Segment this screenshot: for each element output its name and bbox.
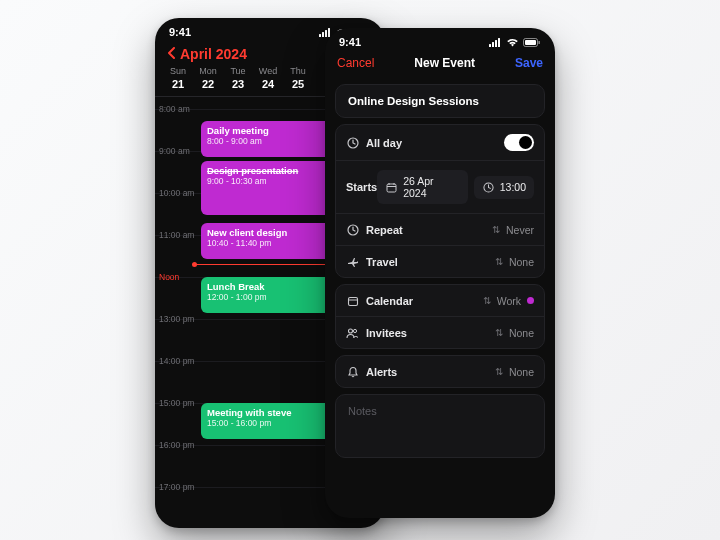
svg-rect-2 bbox=[325, 30, 327, 37]
hour-label: Noon bbox=[159, 272, 179, 282]
starts-label: Starts bbox=[346, 181, 377, 193]
date-cell[interactable]: 21 bbox=[163, 78, 193, 90]
travel-label: Travel bbox=[366, 256, 398, 268]
start-date-value: 26 Apr 2024 bbox=[403, 175, 460, 199]
travel-value: None bbox=[509, 256, 534, 268]
svg-rect-13 bbox=[539, 41, 540, 44]
starts-row: Starts 26 Apr 2024 13:00 bbox=[336, 160, 544, 213]
svg-rect-9 bbox=[495, 40, 497, 47]
alerts-card: Alerts ⇅ None bbox=[335, 355, 545, 388]
calendar-color-dot bbox=[527, 297, 534, 304]
start-time-value: 13:00 bbox=[500, 181, 526, 193]
repeat-value: Never bbox=[506, 224, 534, 236]
calendar-icon bbox=[385, 181, 398, 194]
hour-label: 13:00 pm bbox=[159, 314, 194, 324]
hour-label: 11:00 am bbox=[159, 230, 194, 240]
invitees-label: Invitees bbox=[366, 327, 407, 339]
month-title: April 2024 bbox=[180, 46, 247, 62]
weekday-label: Wed bbox=[253, 66, 283, 76]
repeat-row[interactable]: Repeat ⇅ Never bbox=[336, 213, 544, 245]
cancel-button[interactable]: Cancel bbox=[337, 56, 374, 70]
svg-rect-3 bbox=[328, 28, 330, 37]
people-icon bbox=[346, 326, 359, 339]
date-cell[interactable]: 22 bbox=[193, 78, 223, 90]
status-time: 9:41 bbox=[339, 36, 361, 48]
hour-label: 16:00 pm bbox=[159, 440, 194, 450]
clock-icon bbox=[482, 181, 495, 194]
hour-label: 10:00 am bbox=[159, 188, 194, 198]
date-cell[interactable]: 24 bbox=[253, 78, 283, 90]
date-cell[interactable]: 23 bbox=[223, 78, 253, 90]
up-down-icon: ⇅ bbox=[495, 366, 503, 377]
svg-rect-1 bbox=[322, 32, 324, 37]
new-event-screen: 9:41 Cancel New Event Save Online Design… bbox=[325, 28, 555, 518]
battery-icon bbox=[523, 38, 541, 47]
all-day-label: All day bbox=[366, 137, 402, 149]
clock-icon bbox=[346, 136, 359, 149]
all-day-toggle[interactable] bbox=[504, 134, 534, 151]
weekday-label: Tue bbox=[223, 66, 253, 76]
save-button[interactable]: Save bbox=[515, 56, 543, 70]
svg-rect-12 bbox=[525, 40, 536, 45]
repeat-label: Repeat bbox=[366, 224, 403, 236]
status-bar: 9:41 bbox=[325, 28, 555, 50]
weekday-label: Mon bbox=[193, 66, 223, 76]
svg-point-19 bbox=[349, 329, 353, 333]
svg-rect-8 bbox=[492, 42, 494, 47]
all-day-row[interactable]: All day bbox=[336, 125, 544, 160]
calendar-select-label: Calendar bbox=[366, 295, 413, 307]
start-time-picker[interactable]: 13:00 bbox=[474, 176, 534, 199]
calendar-select-row[interactable]: Calendar ⇅ Work bbox=[336, 285, 544, 316]
svg-rect-15 bbox=[387, 184, 396, 192]
alerts-row[interactable]: Alerts ⇅ None bbox=[336, 356, 544, 387]
travel-row[interactable]: Travel ⇅ None bbox=[336, 245, 544, 277]
svg-rect-7 bbox=[489, 44, 491, 47]
hour-label: 14:00 pm bbox=[159, 356, 194, 366]
start-date-picker[interactable]: 26 Apr 2024 bbox=[377, 170, 468, 204]
weekday-label: Thu bbox=[283, 66, 313, 76]
svg-rect-18 bbox=[348, 297, 357, 305]
hour-label: 15:00 pm bbox=[159, 398, 194, 408]
event-title-input[interactable]: Online Design Sessions bbox=[336, 85, 544, 117]
repeat-icon bbox=[346, 223, 359, 236]
airplane-icon bbox=[346, 255, 359, 268]
up-down-icon: ⇅ bbox=[495, 256, 503, 267]
calendar-icon bbox=[346, 294, 359, 307]
weekday-label: Sun bbox=[163, 66, 193, 76]
hour-label: 8:00 am bbox=[159, 104, 190, 114]
alerts-label: Alerts bbox=[366, 366, 397, 378]
invitees-row[interactable]: Invitees ⇅ None bbox=[336, 316, 544, 348]
calendar-select-value: Work bbox=[497, 295, 521, 307]
title-card: Online Design Sessions bbox=[335, 84, 545, 118]
up-down-icon: ⇅ bbox=[492, 224, 500, 235]
svg-rect-10 bbox=[498, 38, 500, 47]
notes-card: Notes bbox=[335, 394, 545, 458]
notes-input[interactable]: Notes bbox=[336, 395, 544, 457]
modal-title: New Event bbox=[414, 56, 475, 70]
up-down-icon: ⇅ bbox=[495, 327, 503, 338]
modal-header: Cancel New Event Save bbox=[325, 50, 555, 78]
schedule-card: All day Starts 26 Apr 2024 13:00 bbox=[335, 124, 545, 278]
signal-icon bbox=[489, 38, 502, 47]
invitees-value: None bbox=[509, 327, 534, 339]
chevron-left-icon bbox=[167, 46, 176, 62]
status-time: 9:41 bbox=[169, 26, 191, 38]
status-icons bbox=[489, 38, 541, 47]
hour-label: 17:00 pm bbox=[159, 482, 194, 492]
alerts-value: None bbox=[509, 366, 534, 378]
svg-point-20 bbox=[353, 329, 356, 332]
date-cell[interactable]: 25 bbox=[283, 78, 313, 90]
bell-icon bbox=[346, 365, 359, 378]
people-card: Calendar ⇅ Work Invitees ⇅ None bbox=[335, 284, 545, 349]
up-down-icon: ⇅ bbox=[483, 295, 491, 306]
hour-label: 9:00 am bbox=[159, 146, 190, 156]
wifi-icon bbox=[506, 38, 519, 47]
now-indicator-dot bbox=[192, 262, 197, 267]
svg-rect-0 bbox=[319, 34, 321, 37]
